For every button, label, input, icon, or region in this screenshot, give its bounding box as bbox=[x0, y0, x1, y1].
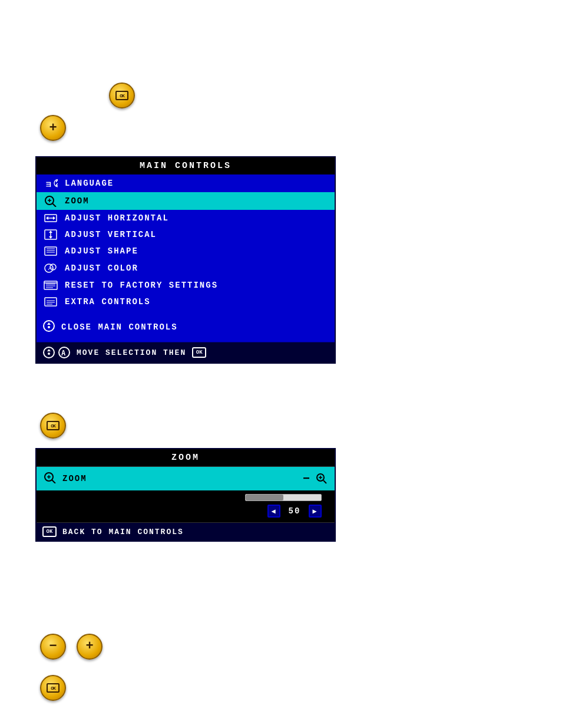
zoom-icon-row bbox=[44, 472, 57, 486]
zoom-slider-track[interactable] bbox=[245, 494, 322, 501]
main-menu-footer: A MOVE SELECTION THEN OK bbox=[37, 342, 335, 363]
zoom-label-menu: ZOOM bbox=[65, 196, 90, 206]
minus-symbol: − bbox=[49, 640, 57, 653]
svg-text:ョ②: ョ② bbox=[44, 179, 58, 188]
zoom-slider-area: ◀ 50 ▶ bbox=[37, 490, 335, 522]
footer-icon-pair: A bbox=[42, 346, 71, 359]
zoom-prev-arrow[interactable]: ◀ bbox=[267, 505, 280, 518]
svg-line-41 bbox=[323, 480, 326, 483]
zoom-panel: ZOOM ZOOM − bbox=[35, 448, 336, 542]
menu-item-shape[interactable]: ADJUST SHAPE bbox=[37, 243, 335, 259]
zoom-controls-area: − bbox=[303, 472, 328, 486]
svg-point-33 bbox=[48, 353, 50, 355]
svg-rect-24 bbox=[45, 298, 57, 306]
menu-item-language[interactable]: ョ② LANGUAGE bbox=[37, 174, 335, 192]
zoom-next-arrow[interactable]: ▶ bbox=[309, 505, 322, 518]
svg-marker-29 bbox=[47, 322, 51, 325]
svg-marker-12 bbox=[49, 236, 52, 239]
zoom-minus-icon: − bbox=[303, 472, 311, 486]
zoom-row-label: ZOOM bbox=[62, 474, 87, 483]
main-controls-title: MAIN CONTROLS bbox=[37, 157, 335, 174]
menu-item-reset[interactable]: RESET TO FACTORY SETTINGS bbox=[37, 277, 335, 294]
zoom-value: 50 bbox=[286, 506, 303, 516]
zoom-row[interactable]: ZOOM − bbox=[37, 467, 335, 490]
zoom-title: ZOOM bbox=[37, 449, 335, 467]
minus-icon-bottom[interactable]: − bbox=[40, 634, 66, 660]
ok-label-bottom: OK bbox=[47, 683, 59, 693]
vertical-icon bbox=[42, 229, 59, 240]
language-icon: ョ② bbox=[42, 177, 59, 189]
menu-item-zoom[interactable]: ZOOM bbox=[37, 192, 335, 210]
horizontal-label: ADJUST HORIZONTAL bbox=[65, 213, 169, 223]
reset-icon bbox=[42, 280, 59, 291]
menu-item-horizontal[interactable]: ADJUST HORIZONTAL bbox=[37, 210, 335, 226]
ok-badge-zoom: OK bbox=[42, 526, 57, 537]
reset-label: RESET TO FACTORY SETTINGS bbox=[65, 281, 218, 290]
extra-label: EXTRA CONTROLS bbox=[65, 297, 151, 307]
extra-icon bbox=[42, 297, 59, 307]
color-label: ADJUST COLOR bbox=[65, 263, 138, 273]
svg-text:A: A bbox=[61, 349, 67, 357]
plus-icon-bottom[interactable]: + bbox=[77, 634, 103, 660]
vertical-label: ADJUST VERTICAL bbox=[65, 230, 157, 239]
plus-symbol: + bbox=[49, 121, 57, 136]
svg-marker-32 bbox=[47, 349, 51, 351]
footer-text: MOVE SELECTION THEN bbox=[77, 348, 186, 357]
ok-label-middle: OK bbox=[47, 421, 59, 430]
plus-symbol-bottom: + bbox=[85, 640, 93, 653]
zoom-search-plus-icon bbox=[316, 473, 328, 485]
zoom-icon-menu bbox=[42, 195, 59, 207]
bottom-ok-icon[interactable]: OK bbox=[40, 675, 66, 701]
svg-line-2 bbox=[52, 203, 56, 207]
zoom-footer: OK BACK TO MAIN CONTROLS bbox=[37, 522, 335, 541]
ok-label-top: OK bbox=[115, 91, 128, 100]
close-main-controls[interactable]: CLOSE MAIN CONTROLS bbox=[37, 316, 335, 338]
svg-rect-13 bbox=[45, 247, 57, 255]
svg-marker-8 bbox=[53, 216, 55, 220]
close-icon bbox=[42, 319, 55, 335]
menu-item-vertical[interactable]: ADJUST VERTICAL bbox=[37, 226, 335, 243]
svg-line-37 bbox=[52, 480, 55, 483]
main-controls-panel: MAIN CONTROLS ョ② LANGUAGE ZOOM bbox=[35, 156, 336, 364]
svg-point-30 bbox=[48, 326, 50, 328]
svg-marker-7 bbox=[46, 216, 48, 220]
language-label: LANGUAGE bbox=[65, 179, 114, 188]
shape-label: ADJUST SHAPE bbox=[65, 246, 138, 256]
middle-ok-icon[interactable]: OK bbox=[40, 413, 66, 439]
zoom-nav-row: ◀ 50 ▶ bbox=[44, 505, 328, 518]
zoom-slider-fill bbox=[246, 495, 283, 500]
close-label: CLOSE MAIN CONTROLS bbox=[61, 322, 178, 332]
plus-icon-top[interactable]: + bbox=[40, 115, 66, 141]
ok-badge-footer: OK bbox=[192, 347, 206, 358]
color-icon bbox=[42, 262, 59, 274]
horizontal-icon bbox=[42, 213, 59, 223]
svg-marker-11 bbox=[49, 230, 52, 233]
svg-rect-19 bbox=[44, 281, 57, 289]
menu-item-extra[interactable]: EXTRA CONTROLS bbox=[37, 294, 335, 310]
menu-item-color[interactable]: ADJUST COLOR bbox=[37, 259, 335, 277]
top-ok-icon[interactable]: OK bbox=[109, 83, 135, 108]
shape-icon bbox=[42, 246, 59, 256]
zoom-footer-text: BACK TO MAIN CONTROLS bbox=[62, 528, 184, 536]
